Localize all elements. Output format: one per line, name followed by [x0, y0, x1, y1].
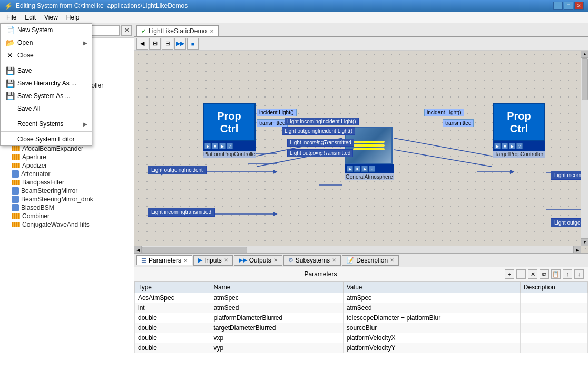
tree-item-attenuator[interactable]: Attenuator	[0, 170, 134, 178]
atm-port-outgoing-transmitted: Light outgoingTransmitted	[287, 149, 353, 157]
menu-help[interactable]: Help	[62, 13, 84, 22]
platform-prop-block[interactable]: PropCtrl ▶ ■ ▶ ? PlatformPropController …	[203, 103, 256, 158]
subsystems-tab-close[interactable]: ✕	[332, 257, 336, 263]
canvas-area[interactable]: PropCtrl ▶ ■ ▶ ? PlatformPropController …	[134, 51, 588, 253]
new-system-icon: 📄	[5, 26, 15, 34]
save-system-label: Save System As ...	[17, 92, 87, 100]
menu-edit[interactable]: Edit	[21, 13, 40, 22]
title-text: Editing System from C:\timelike_applicat…	[16, 2, 553, 9]
menu-save-all[interactable]: Save All	[1, 102, 92, 115]
tree-item-bandpassfilter[interactable]: BandpassFilter	[0, 178, 134, 187]
params-remove-button[interactable]: –	[516, 269, 526, 279]
recent-arrow: ▶	[83, 121, 87, 127]
toolbar-arrow-right[interactable]: ▶▶	[174, 38, 186, 50]
window-close-button[interactable]: ✕	[574, 2, 584, 10]
target-prop-block[interactable]: PropCtrl ▶ ■ ▶ ? TargetPropController in…	[493, 103, 545, 158]
description-tab-close[interactable]: ✕	[390, 257, 394, 263]
tree-item-aperture[interactable]: Aperture	[0, 153, 134, 161]
item-icon-bsm-dmk	[12, 196, 19, 203]
arrow-light-outgoing-incident: Light outgoingIncident	[148, 166, 207, 174]
tab-check-icon: ✓	[141, 27, 146, 35]
table-row[interactable]: doublevypplatformVelocityY	[135, 343, 588, 353]
menu-close-editor[interactable]: Close System Editor	[1, 133, 92, 145]
params-copy-button[interactable]: ⧉	[540, 269, 549, 279]
parameters-icon: ☰	[141, 257, 146, 264]
params-tbody: AcsAtmSpecatmSpecatmSpecintatmSeedatmSee…	[135, 293, 588, 353]
col-description: Description	[520, 282, 587, 293]
table-row[interactable]: AcsAtmSpecatmSpecatmSpec	[135, 293, 588, 303]
outputs-tab-close[interactable]: ✕	[273, 257, 278, 263]
canvas-tabs: ✓ LightLikeStaticDemo ✕	[134, 23, 588, 37]
params-down-button[interactable]: ↓	[574, 269, 584, 279]
params-table: Type Name Value Description AcsAtmSpecat…	[134, 281, 588, 369]
general-atmosphere-block[interactable]: ▶ ■ ▶ ? GeneralAtmosphere Light incoming…	[345, 127, 394, 180]
params-paste-button[interactable]: 📋	[551, 269, 561, 279]
menu-recent[interactable]: Recent Systems ▶	[1, 118, 92, 130]
tab-description[interactable]: 📝 Description ✕	[342, 255, 399, 266]
close-label: Close	[17, 52, 87, 59]
params-clear-button[interactable]: ✕	[528, 269, 537, 279]
close-editor-label: Close System Editor	[17, 135, 87, 143]
file-dropdown-menu: 📄 New System 📂 Open ▶ ✕ Close 💾 Save 💾 S…	[0, 23, 92, 146]
menu-new-system[interactable]: 📄 New System	[1, 24, 92, 36]
tree-item-beamsteeringmirror[interactable]: BeamSteeringMirror	[0, 187, 134, 195]
maximize-button[interactable]: □	[564, 2, 573, 10]
save-system-icon: 💾	[5, 92, 15, 100]
col-name: Name	[210, 282, 343, 293]
toolbar-square-button[interactable]: ■	[187, 38, 199, 50]
atm-port-incoming-transmitted: Light incomingTransmitted	[287, 139, 354, 147]
new-system-label: New System	[17, 26, 87, 34]
toolbar-collapse-button[interactable]: ⊟	[162, 38, 173, 50]
right-area: ✓ LightLikeStaticDemo ✕ ◀ ⊞ ⊟ ▶▶ ■	[134, 23, 588, 369]
parameters-tab-close[interactable]: ✕	[183, 258, 188, 264]
col-value: Value	[343, 282, 520, 293]
toolbar-expand-button[interactable]: ⊞	[149, 38, 161, 50]
canvas-vscroll[interactable]: ▲ ▼	[581, 51, 588, 246]
table-row[interactable]: intatmSeedatmSeed	[135, 303, 588, 313]
bottom-tabs: ☰ Parameters ✕ ▶ Inputs ✕ ▶▶ Outputs ✕ ⚙…	[134, 254, 588, 267]
atm-block-label: GeneralAtmosphere	[345, 173, 394, 180]
tab-parameters[interactable]: ☰ Parameters ✕	[136, 255, 192, 265]
menu-close[interactable]: ✕ Close	[1, 49, 92, 62]
menu-save-system[interactable]: 💾 Save System As ...	[1, 90, 92, 102]
canvas-hscroll[interactable]: ◀ ▶	[134, 246, 581, 253]
toolbar-back-button[interactable]: ◀	[136, 38, 148, 50]
subsystems-tab-label: Subsystems	[296, 257, 330, 264]
tree-item-beamsteeringmirror-dmk[interactable]: BeamSteeringMirror_dmk	[0, 195, 134, 203]
tab-subsystems[interactable]: ⚙ Subsystems ✕	[283, 255, 341, 266]
svg-line-13	[394, 150, 492, 167]
minimize-button[interactable]: –	[553, 2, 563, 10]
open-icon: 📂	[5, 38, 15, 47]
tree-item-combiner[interactable]: Combiner	[0, 212, 134, 220]
svg-line-12	[394, 138, 492, 156]
tree-item-conjugatewaveandtilts[interactable]: ConjugateWaveAndTilts	[0, 220, 134, 229]
table-row[interactable]: doubletargetDiameterBlurredsourceBlur	[135, 323, 588, 333]
menubar: File Edit View Help	[0, 12, 588, 23]
tab-close-button[interactable]: ✕	[210, 28, 214, 34]
menu-view[interactable]: View	[40, 13, 62, 22]
outputs-icon: ▶▶	[239, 257, 247, 264]
params-add-button[interactable]: +	[505, 269, 514, 279]
search-clear-button[interactable]: ✕	[121, 25, 132, 36]
inputs-icon: ▶	[198, 257, 202, 264]
menu-save-hierarchy[interactable]: 💾 Save Hierarchy As ...	[1, 77, 92, 90]
menu-save[interactable]: 💾 Save	[1, 64, 92, 77]
recent-label: Recent Systems	[17, 120, 83, 128]
target-port-transmitted: transmitted	[443, 119, 474, 127]
tree-item-biasedbsm[interactable]: BiasedBSM	[0, 203, 134, 212]
tab-inputs[interactable]: ▶ Inputs ✕	[193, 255, 233, 266]
table-row[interactable]: doublevxpplatformVelocityX	[135, 333, 588, 343]
diagram-canvas[interactable]: PropCtrl ▶ ■ ▶ ? PlatformPropController …	[134, 51, 588, 253]
menu-file[interactable]: File	[2, 13, 21, 22]
item-icon-attenuator	[12, 170, 19, 178]
inputs-tab-close[interactable]: ✕	[224, 257, 228, 263]
separator-1	[1, 63, 92, 63]
item-icon-orange	[12, 222, 20, 227]
atm-port-outgoing-incident: Light outgoingIncident Light()	[282, 127, 355, 135]
tab-outputs[interactable]: ▶▶ Outputs ✕	[234, 255, 282, 266]
tree-item-apodizer[interactable]: Apodizer	[0, 161, 134, 170]
params-up-button[interactable]: ↑	[563, 269, 572, 279]
menu-open[interactable]: 📂 Open ▶	[1, 36, 92, 49]
table-row[interactable]: doubleplatformDiameterBlurredtelescopeDi…	[135, 313, 588, 323]
canvas-tab-lightlikedemo[interactable]: ✓ LightLikeStaticDemo ✕	[136, 25, 219, 36]
